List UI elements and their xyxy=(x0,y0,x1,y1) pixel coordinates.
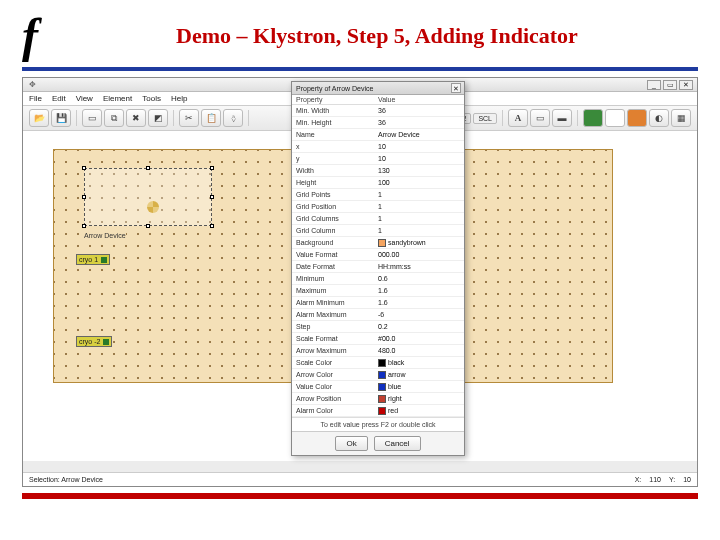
property-value[interactable]: 1.6 xyxy=(378,299,460,306)
property-row[interactable]: Value Format000.00 xyxy=(292,249,464,261)
resize-handle-n[interactable] xyxy=(146,166,150,170)
property-value[interactable]: 100 xyxy=(378,179,460,186)
paste-button[interactable]: 📋 xyxy=(201,109,221,127)
resize-handle-s[interactable] xyxy=(146,224,150,228)
toolbar-separator xyxy=(502,110,503,126)
window-close-button[interactable]: ✕ xyxy=(679,80,693,90)
property-row[interactable]: y10 xyxy=(292,153,464,165)
property-value[interactable]: 1 xyxy=(378,227,460,234)
resize-handle-e[interactable] xyxy=(210,195,214,199)
menu-edit[interactable]: Edit xyxy=(52,94,66,103)
delete-button[interactable]: ✖ xyxy=(126,109,146,127)
property-row[interactable]: Min. Width36 xyxy=(292,105,464,117)
property-value[interactable]: black xyxy=(378,359,460,367)
property-value[interactable]: 130 xyxy=(378,167,460,174)
property-value[interactable]: 0.6 xyxy=(378,275,460,282)
dialog-ok-button[interactable]: Ok xyxy=(335,436,367,451)
property-row[interactable]: Scale Format#00.0 xyxy=(292,333,464,345)
property-value[interactable]: 36 xyxy=(378,107,460,114)
menu-tools[interactable]: Tools xyxy=(142,94,161,103)
resize-handle-nw[interactable] xyxy=(82,166,86,170)
property-value[interactable]: red xyxy=(378,407,460,415)
dialog-property-list[interactable]: Min. Width36Min. Height36NameArrow Devic… xyxy=(292,105,464,417)
cut-button[interactable]: ✂ xyxy=(179,109,199,127)
selected-arrow-device[interactable] xyxy=(84,168,212,226)
property-row[interactable]: Maximum1.6 xyxy=(292,285,464,297)
property-row[interactable]: Arrow Positionright xyxy=(292,393,464,405)
property-value[interactable]: 1 xyxy=(378,203,460,210)
menu-file[interactable]: File xyxy=(29,94,42,103)
property-value[interactable]: right xyxy=(378,395,460,403)
window-minimize-button[interactable]: _ xyxy=(647,80,661,90)
menu-help[interactable]: Help xyxy=(171,94,187,103)
resize-handle-w[interactable] xyxy=(82,195,86,199)
palette-orange-button[interactable] xyxy=(627,109,647,127)
property-row[interactable]: Grid Points1 xyxy=(292,189,464,201)
property-name: Grid Columns xyxy=(296,215,378,222)
cryo-1-block[interactable]: cryo 1 xyxy=(76,254,110,265)
new-file-button[interactable]: ▭ xyxy=(82,109,102,127)
property-value[interactable]: 10 xyxy=(378,143,460,150)
resize-handle-se[interactable] xyxy=(210,224,214,228)
property-value[interactable]: blue xyxy=(378,383,460,391)
cryo-2-block[interactable]: cryo -2 xyxy=(76,336,112,347)
property-row[interactable]: Arrow Maximum480.0 xyxy=(292,345,464,357)
resize-handle-ne[interactable] xyxy=(210,166,214,170)
open-button[interactable]: 📂 xyxy=(29,109,49,127)
rect-tool-button[interactable]: ▭ xyxy=(530,109,550,127)
save-button[interactable]: 💾 xyxy=(51,109,71,127)
property-row[interactable]: Step0.2 xyxy=(292,321,464,333)
resize-handle-sw[interactable] xyxy=(82,224,86,228)
line-tool-button[interactable]: ▬ xyxy=(552,109,572,127)
property-row[interactable]: Grid Position1 xyxy=(292,201,464,213)
property-value[interactable]: 0.2 xyxy=(378,323,460,330)
window-maximize-button[interactable]: ▭ xyxy=(663,80,677,90)
property-value[interactable]: 10 xyxy=(378,155,460,162)
menu-element[interactable]: Element xyxy=(103,94,132,103)
property-value[interactable]: -6 xyxy=(378,311,460,318)
property-row[interactable]: Grid Column1 xyxy=(292,225,464,237)
property-row[interactable]: Min. Height36 xyxy=(292,117,464,129)
property-row[interactable]: NameArrow Device xyxy=(292,129,464,141)
property-row[interactable]: Date FormatHH:mm:ss xyxy=(292,261,464,273)
dialog-titlebar[interactable]: Property of Arrow Device ✕ xyxy=(292,82,464,95)
palette-white-button[interactable] xyxy=(605,109,625,127)
property-value[interactable]: 36 xyxy=(378,119,460,126)
property-row[interactable]: Value Colorblue xyxy=(292,381,464,393)
property-row[interactable]: Height100 xyxy=(292,177,464,189)
property-row[interactable]: Scale Colorblack xyxy=(292,357,464,369)
property-row[interactable]: Minimum0.6 xyxy=(292,273,464,285)
property-value[interactable]: 1 xyxy=(378,191,460,198)
palette-blue-button[interactable]: ▦ xyxy=(671,109,691,127)
property-value[interactable]: #00.0 xyxy=(378,335,460,342)
arrow-indicator-button[interactable]: ◐ xyxy=(649,109,669,127)
property-value[interactable]: 000.00 xyxy=(378,251,460,258)
status-selection: Selection: Arrow Device xyxy=(29,476,627,483)
property-dialog[interactable]: Property of Arrow Device ✕ Property Valu… xyxy=(291,81,465,456)
property-row[interactable]: Arrow Colorarrow xyxy=(292,369,464,381)
tab-scl[interactable]: SCL xyxy=(473,113,497,124)
property-value[interactable]: HH:mm:ss xyxy=(378,263,460,270)
property-value[interactable]: sandybrown xyxy=(378,239,460,247)
property-row[interactable]: Width130 xyxy=(292,165,464,177)
text-tool-button[interactable]: A xyxy=(508,109,528,127)
property-value[interactable]: 1 xyxy=(378,215,460,222)
property-value[interactable]: 480.0 xyxy=(378,347,460,354)
property-value[interactable]: arrow xyxy=(378,371,460,379)
property-value[interactable]: 1.6 xyxy=(378,287,460,294)
palette-green-button[interactable] xyxy=(583,109,603,127)
property-row[interactable]: Alarm Maximum-6 xyxy=(292,309,464,321)
property-row[interactable]: Alarm Minimum1.6 xyxy=(292,297,464,309)
copy-button[interactable]: ⧉ xyxy=(104,109,124,127)
property-row[interactable]: Alarm Colorred xyxy=(292,405,464,417)
property-row[interactable]: Grid Columns1 xyxy=(292,213,464,225)
move-icon[interactable]: ✥ xyxy=(27,80,37,90)
dialog-close-button[interactable]: ✕ xyxy=(451,83,461,93)
property-value[interactable]: Arrow Device xyxy=(378,131,460,138)
tool-button-2[interactable]: ⎀ xyxy=(223,109,243,127)
property-row[interactable]: Backgroundsandybrown xyxy=(292,237,464,249)
dialog-cancel-button[interactable]: Cancel xyxy=(374,436,421,451)
tool-button-1[interactable]: ◩ xyxy=(148,109,168,127)
property-row[interactable]: x10 xyxy=(292,141,464,153)
menu-view[interactable]: View xyxy=(76,94,93,103)
